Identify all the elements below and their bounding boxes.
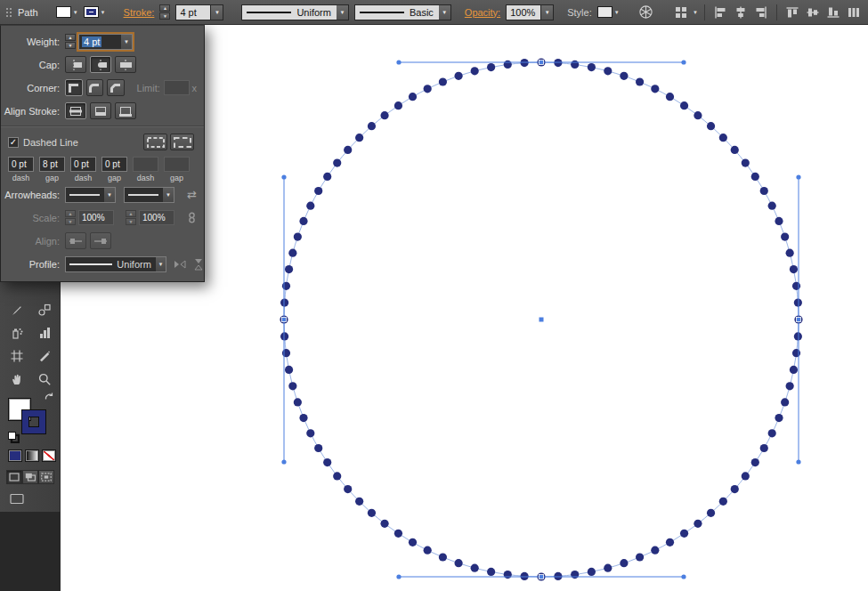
align-dash-end-button xyxy=(90,232,111,249)
width-profile-combo[interactable]: Uniform ▼ xyxy=(241,4,349,20)
align-stroke-center-button[interactable] xyxy=(65,102,86,119)
color-button[interactable] xyxy=(8,449,22,462)
check-icon: ✓ xyxy=(10,138,17,147)
symbol-sprayer-tool[interactable] xyxy=(3,322,30,344)
stroke-color-swatch[interactable]: ▼ xyxy=(84,6,106,18)
chevron-down-icon: ▼ xyxy=(101,10,106,15)
align-vertical-top-button[interactable] xyxy=(783,4,801,21)
distribute-horizontal-button[interactable] xyxy=(845,4,863,21)
projecting-cap-button[interactable] xyxy=(115,56,136,73)
round-join-button[interactable] xyxy=(86,79,104,96)
panel-grip-icon xyxy=(5,6,12,19)
chevron-down-icon[interactable]: ▼ xyxy=(162,188,174,202)
chevron-down-icon: ▼ xyxy=(73,10,78,15)
stroke-weight-stepper[interactable]: ▲▼ xyxy=(159,4,170,20)
artboard-tool[interactable] xyxy=(3,345,30,367)
brush-stroke-icon xyxy=(360,12,404,13)
stepper-down-icon[interactable]: ▼ xyxy=(65,42,76,49)
arrowheads-label: Arrowheads: xyxy=(1,190,60,200)
stepper-up-icon[interactable]: ▲ xyxy=(65,34,76,41)
swap-fill-stroke-icon[interactable] xyxy=(44,392,54,402)
weight-label: Weight: xyxy=(1,36,60,47)
draw-inside-button[interactable] xyxy=(38,470,54,484)
align-horizontal-center-button[interactable] xyxy=(732,4,750,21)
dash-field-2[interactable]: 0 pt xyxy=(70,157,96,172)
blend-tool[interactable] xyxy=(30,299,58,320)
draw-behind-button[interactable] xyxy=(22,470,38,484)
bevel-join-button[interactable] xyxy=(107,79,125,96)
stroke-panel: Weight: ▲▼ 4 pt ▼ Cap: Corner: xyxy=(0,25,205,282)
hand-tool[interactable] xyxy=(3,368,30,390)
default-fill-stroke-icon[interactable] xyxy=(8,432,20,443)
chevron-down-icon: ▼ xyxy=(439,4,451,20)
align-horizontal-left-button[interactable] xyxy=(711,4,729,21)
align-stroke-outside-button[interactable] xyxy=(115,102,136,119)
arrowhead-end-combo[interactable]: ▼ xyxy=(124,187,174,203)
column-graph-tool[interactable] xyxy=(30,322,58,344)
stroke-panel-link[interactable]: Stroke: xyxy=(124,7,155,18)
screen-mode-button[interactable] xyxy=(10,493,24,505)
flip-across-icon xyxy=(193,258,204,271)
stroke-proxy-swatch[interactable] xyxy=(22,410,45,433)
opacity-link[interactable]: Opacity: xyxy=(465,7,500,18)
eyedropper-tool[interactable] xyxy=(3,299,30,320)
align-vertical-bottom-button[interactable] xyxy=(824,4,842,21)
control-bar: Path ▼ ▼ Stroke: ▲▼ 4 pt ▼ Uniform ▼ xyxy=(0,0,868,25)
scale-end-field: 100% xyxy=(139,210,174,225)
draw-normal-button[interactable] xyxy=(6,470,22,484)
opacity-field[interactable]: 100% xyxy=(506,4,541,20)
align-dashes-to-corners-button[interactable] xyxy=(170,134,194,150)
brush-definition-combo[interactable]: Basic ▼ xyxy=(354,4,451,20)
drawing-modes-group xyxy=(6,470,54,484)
gap-field-2[interactable]: 0 pt xyxy=(101,157,127,172)
chevron-down-icon[interactable]: ▼ xyxy=(120,35,132,49)
weight-stepper[interactable]: ▲▼ xyxy=(65,34,76,49)
chevron-down-icon[interactable]: ▼ xyxy=(693,10,698,15)
recolor-artwork-icon[interactable] xyxy=(637,4,655,21)
illustrator-window: { "control_bar": { "path_label": "Path",… xyxy=(0,0,868,591)
arrowhead-start-combo[interactable]: ▼ xyxy=(65,187,116,203)
align-stroke-label: Align Stroke: xyxy=(1,106,60,117)
limit-label: Limit: xyxy=(137,83,160,93)
slice-tool[interactable] xyxy=(30,345,58,367)
preserve-dashes-button[interactable] xyxy=(143,134,167,150)
zoom-tool[interactable] xyxy=(30,368,58,390)
cap-label: Cap: xyxy=(1,60,60,70)
swap-arrowheads-icon[interactable]: ⇄ xyxy=(187,188,197,201)
gap-field-3[interactable] xyxy=(164,157,190,172)
none-button[interactable] xyxy=(42,449,56,462)
separator xyxy=(704,4,705,20)
dashed-line-checkbox[interactable]: ✓ xyxy=(8,137,19,148)
fill-swatch-icon xyxy=(56,6,71,18)
chevron-down-icon[interactable]: ▼ xyxy=(103,188,115,202)
separator xyxy=(776,4,777,20)
style-swatch-icon xyxy=(597,6,612,18)
stepper-down-icon[interactable]: ▼ xyxy=(159,12,170,20)
round-cap-button[interactable] xyxy=(90,56,111,73)
miter-join-button[interactable] xyxy=(65,79,83,96)
stroke-weight-field[interactable]: 4 pt xyxy=(175,4,211,20)
stepper-up-icon[interactable]: ▲ xyxy=(159,4,170,12)
dash-field-1[interactable]: 0 pt xyxy=(8,157,34,172)
fill-color-swatch[interactable]: ▼ xyxy=(56,6,78,18)
gap-field-1[interactable]: 8 pt xyxy=(39,157,65,172)
align-horizontal-right-button[interactable] xyxy=(752,4,770,21)
scale-start-stepper: ▲▼ xyxy=(65,210,76,225)
select-similar-button[interactable] xyxy=(672,4,690,21)
stroke-weight-combo[interactable]: 4 pt ▼ xyxy=(175,4,223,20)
butt-cap-button[interactable] xyxy=(65,56,86,73)
style-swatch[interactable]: ▼ xyxy=(597,6,620,18)
align-vertical-center-button[interactable] xyxy=(804,4,822,21)
gradient-button[interactable] xyxy=(25,449,39,462)
flip-along-icon xyxy=(174,259,186,270)
opacity-combo[interactable]: 100% ▼ xyxy=(506,4,554,20)
weight-combo[interactable]: 4 pt ▼ xyxy=(78,34,133,50)
scale-end-stepper: ▲▼ xyxy=(126,210,136,225)
profile-combo[interactable]: Uniform ▼ xyxy=(65,256,166,272)
chevron-down-icon[interactable]: ▼ xyxy=(211,4,223,20)
chevron-down-icon: ▼ xyxy=(614,10,620,15)
chevron-down-icon[interactable]: ▼ xyxy=(541,4,554,20)
align-stroke-inside-button[interactable] xyxy=(90,102,111,119)
dash-field-3[interactable] xyxy=(133,157,158,172)
chevron-down-icon[interactable]: ▼ xyxy=(155,257,166,271)
